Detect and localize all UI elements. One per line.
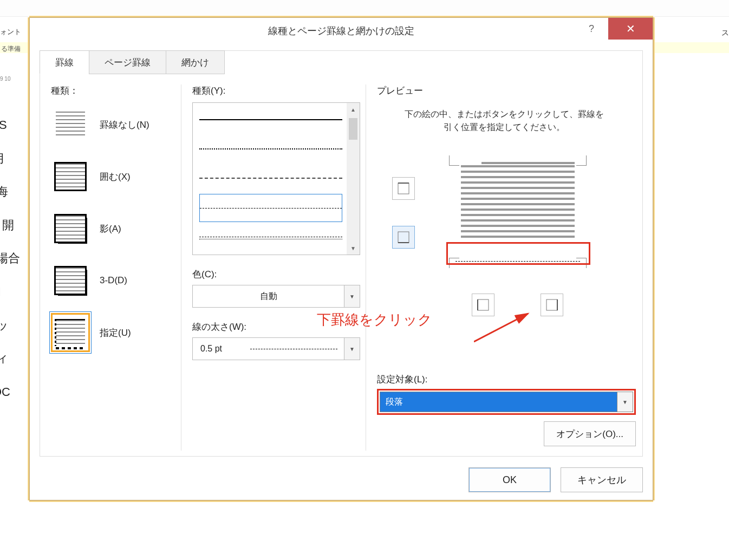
corner-marker xyxy=(576,155,587,166)
setting-none[interactable]: 罫線なし(N) xyxy=(51,102,175,147)
doc-line: ロッ xyxy=(0,309,20,342)
setting-shadow-label: 影(A) xyxy=(100,223,121,235)
help-button[interactable]: ? xyxy=(578,18,605,40)
ribbon-group-label-right: ス xyxy=(721,28,729,38)
borders-shading-dialog: 線種とページ罫線と網かけの設定 ? ✕ 罫線 ページ罫線 網かけ 種類： 罫線な… xyxy=(29,17,653,500)
ok-button[interactable]: OK xyxy=(468,467,551,492)
setting-none-label: 罫線なし(N) xyxy=(100,119,149,131)
preview-message: 下の絵の中、またはボタンをクリックして、罫線を引く位置を指定してください。 xyxy=(404,108,604,134)
width-dropdown-icon[interactable]: ▼ xyxy=(344,338,360,360)
annotation-text: 下罫線をクリック xyxy=(317,310,432,329)
setting-shadow-icon xyxy=(51,209,90,248)
apply-to-value: 段落 xyxy=(380,392,617,412)
document-body: FES 3 月 ち海 0 開 の場合 FM ロッ ディ ROC xyxy=(0,108,20,408)
preview-first-line xyxy=(481,162,575,164)
cancel-button[interactable]: キャンセル xyxy=(561,467,643,492)
dialog-titlebar: 線種とページ罫線と網かけの設定 ? ✕ xyxy=(30,18,653,44)
border-right-button[interactable] xyxy=(541,294,563,316)
doc-line: FM xyxy=(0,275,20,309)
svg-rect-2 xyxy=(398,232,409,243)
style-label: 種類(Y): xyxy=(192,84,360,97)
ribbon-group-label: ォント xyxy=(0,27,21,37)
tab-panel-borders: 種類： 罫線なし(N) 囲む(X) 影(A) 3-D(D) xyxy=(51,84,632,451)
color-combo[interactable]: 自動 ▼ xyxy=(192,285,360,308)
width-combo[interactable]: 0.5 pt ▼ xyxy=(192,337,360,360)
svg-rect-6 xyxy=(546,299,557,310)
setting-none-icon xyxy=(51,105,90,144)
preview-text-block xyxy=(461,165,575,241)
setting-box-label: 囲む(X) xyxy=(100,171,131,183)
width-value: 0.5 pt xyxy=(193,344,244,354)
line-style-dash[interactable] xyxy=(199,194,342,222)
preview-area xyxy=(377,150,632,302)
ruler: 9 10 xyxy=(0,76,10,82)
annotation-highlight-border xyxy=(446,242,590,265)
setting-label: 種類： xyxy=(51,84,175,97)
style-column: 種類(Y): ▲ ▼ 色(C): 自動 xyxy=(192,84,366,451)
doc-line: ディ xyxy=(0,342,20,375)
dialog-content: 罫線 ページ罫線 網かけ 種類： 罫線なし(N) 囲む(X) 影(A) xyxy=(40,50,643,457)
color-label: 色(C): xyxy=(192,268,360,281)
scroll-down-icon[interactable]: ▼ xyxy=(347,242,360,255)
border-top-button[interactable] xyxy=(392,177,415,200)
preview-label: プレビュー xyxy=(377,84,632,97)
message-bar-text: る準備 xyxy=(1,44,21,54)
setting-box[interactable]: 囲む(X) xyxy=(51,154,175,199)
setting-custom-label: 指定(U) xyxy=(100,327,131,339)
doc-line: ち海 xyxy=(0,175,20,209)
tab-shading[interactable]: 網かけ xyxy=(166,50,225,74)
setting-3d-label: 3-D(D) xyxy=(100,275,127,286)
apply-to-row: 設定対象(L): 段落 ▼ xyxy=(377,373,636,415)
line-style-dotted[interactable] xyxy=(199,135,342,162)
doc-line: の場合 xyxy=(0,242,20,275)
apply-to-combo[interactable]: 段落 ▼ xyxy=(380,392,633,412)
dialog-title: 線種とページ罫線と網かけの設定 xyxy=(268,24,414,37)
svg-rect-4 xyxy=(478,299,489,310)
apply-to-dropdown-icon[interactable]: ▼ xyxy=(617,392,633,412)
doc-line: FES xyxy=(0,108,20,142)
doc-line: 0 開 xyxy=(0,209,20,242)
preview-column: プレビュー 下の絵の中、またはボタンをクリックして、罫線を引く位置を指定してくだ… xyxy=(377,84,632,451)
setting-3d-icon xyxy=(51,261,90,300)
color-value: 自動 xyxy=(193,291,344,302)
tab-borders[interactable]: 罫線 xyxy=(40,50,89,74)
apply-to-label: 設定対象(L): xyxy=(377,373,636,386)
options-button[interactable]: オプション(O)... xyxy=(544,421,636,446)
setting-shadow[interactable]: 影(A) xyxy=(51,206,175,251)
line-style-dash-short[interactable] xyxy=(199,165,342,192)
width-sample-line xyxy=(250,349,337,349)
doc-line: ROC xyxy=(0,375,20,409)
svg-rect-0 xyxy=(398,183,409,194)
message-bar-right xyxy=(669,42,729,53)
line-style-listbox[interactable]: ▲ ▼ xyxy=(192,102,360,255)
dialog-button-bar: OK キャンセル xyxy=(468,467,643,492)
line-style-dash-dot[interactable] xyxy=(199,223,342,250)
border-left-button[interactable] xyxy=(472,294,494,316)
border-bottom-button[interactable] xyxy=(392,226,415,249)
setting-column: 種類： 罫線なし(N) 囲む(X) 影(A) 3-D(D) xyxy=(51,84,181,451)
scroll-thumb[interactable] xyxy=(349,118,357,140)
doc-line: 3 月 xyxy=(0,142,20,175)
setting-custom-icon xyxy=(51,313,90,352)
ribbon-bg xyxy=(0,0,729,17)
corner-marker xyxy=(449,155,459,166)
color-dropdown-icon[interactable]: ▼ xyxy=(344,285,360,307)
style-scrollbar[interactable]: ▲ ▼ xyxy=(347,103,360,255)
annotation-highlight-applyto: 段落 ▼ xyxy=(377,389,636,415)
tab-page-borders[interactable]: ページ罫線 xyxy=(89,50,166,74)
line-style-solid[interactable] xyxy=(199,106,342,133)
setting-3d[interactable]: 3-D(D) xyxy=(51,258,175,303)
tab-strip: 罫線 ページ罫線 網かけ xyxy=(40,50,224,74)
setting-custom[interactable]: 指定(U) xyxy=(51,310,175,355)
scroll-up-icon[interactable]: ▲ xyxy=(347,103,360,116)
setting-box-icon xyxy=(51,157,90,196)
close-button[interactable]: ✕ xyxy=(608,18,653,40)
